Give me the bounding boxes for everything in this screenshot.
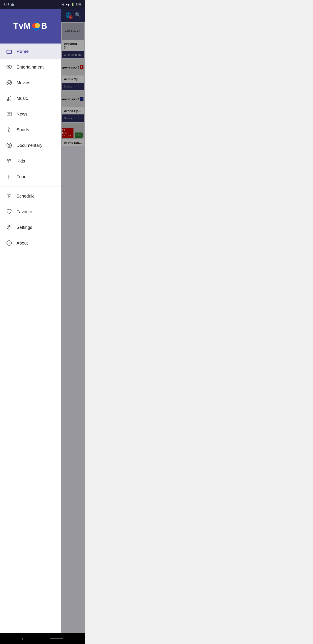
battery-percent: 23% [76,3,81,6]
svg-point-10 [8,82,10,84]
app-logo: TvM B [13,21,47,31]
svg-rect-4 [8,54,10,54]
svg-text:HD: HD [9,145,11,146]
sidebar-item-documentary[interactable]: HD Documentary [0,138,61,153]
music-note-icon [5,94,13,102]
bottom-nav-bar: ‹ [0,633,85,644]
sidebar-home-label: Home [16,49,29,54]
svg-line-15 [7,81,8,82]
logo-circle-icon [31,22,41,31]
sidebar-schedule-label: Schedule [16,194,34,199]
status-right: ⊖ ▾◆ 🔋 23% [62,3,81,6]
sidebar-header: TvM B [0,9,61,44]
svg-point-19 [7,100,9,101]
android-icon: 🤖 [11,2,14,6]
sidebar-music-label: Music [16,96,28,101]
home-pill[interactable] [50,638,63,639]
time-display: 4:45 [3,3,9,6]
sidebar-favorite-label: Favorite [16,209,32,214]
svg-line-18 [7,83,8,84]
nav-list: Home Entertainment [0,44,61,633]
logo-prefix: TvM [13,21,31,30]
svg-point-20 [10,99,11,100]
sidebar-sports-label: Sports [16,127,29,132]
sidebar-settings-label: Settings [16,225,32,230]
nav-divider [0,186,61,186]
sidebar-about-label: About [16,241,28,246]
app-container: TvM B Home [0,9,85,633]
sidebar-item-music[interactable]: Music [0,90,61,106]
battery-icon: 🔋 [71,3,74,6]
svg-point-47 [7,226,11,229]
do-not-disturb-icon: ⊖ [62,3,64,6]
news-icon [5,110,13,118]
sidebar-item-kids[interactable]: Kids [0,153,61,169]
back-button[interactable]: ‹ [22,636,23,641]
status-bar: 4:45 🤖 ⊖ ▾◆ 🔋 23% [0,0,85,9]
sidebar-entertainment-label: Entertainment [16,64,44,70]
svg-point-46 [8,226,10,228]
svg-line-28 [8,131,9,132]
status-left: 4:45 🤖 [3,2,14,6]
sidebar-item-movies[interactable]: Movies [0,75,61,90]
sidebar-food-label: Food [16,174,26,179]
svg-line-29 [9,131,10,132]
svg-point-2 [35,23,40,28]
sidebar-item-settings[interactable]: Settings [0,220,61,235]
sidebar-item-favorite[interactable]: Favorite [0,204,61,220]
svg-marker-45 [9,196,10,197]
sidebar-item-home[interactable]: Home [0,44,61,59]
svg-line-17 [10,81,11,82]
wifi-icon: ▾◆ [66,3,69,6]
sidebar-kids-label: Kids [16,158,25,164]
info-icon [5,239,13,247]
gear-icon [5,224,13,231]
heart-icon [5,208,13,216]
sidebar-news-label: News [16,112,27,116]
drawer-overlay[interactable] [61,9,85,633]
sidebar-item-sports[interactable]: Sports [0,122,61,138]
svg-point-50 [9,242,9,242]
home-tv-icon [5,48,13,55]
kids-icon [5,157,13,165]
documentary-icon: HD [5,142,13,149]
sidebar-drawer: TvM B Home [0,9,61,633]
food-icon [5,173,13,180]
film-icon [5,79,13,86]
sidebar-item-schedule[interactable]: Schedule [0,188,61,204]
sidebar-item-news[interactable]: News [0,106,61,122]
svg-line-16 [10,83,11,84]
theater-icon [5,63,13,71]
sidebar-documentary-label: Documentary [16,143,42,148]
schedule-icon [5,192,13,200]
svg-point-25 [8,128,9,129]
svg-rect-3 [7,50,11,54]
sports-icon [5,126,13,134]
sidebar-item-food[interactable]: Food [0,169,61,184]
logo-suffix: B [41,21,47,30]
sidebar-movies-label: Movies [16,80,30,85]
sidebar-item-entertainment[interactable]: Entertainment [0,59,61,75]
sidebar-item-about[interactable]: About [0,235,61,251]
